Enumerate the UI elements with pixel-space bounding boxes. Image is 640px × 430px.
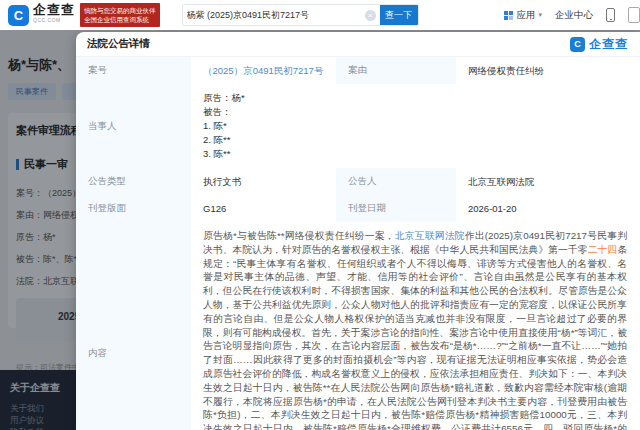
apps-menu[interactable]: 应用 ▾: [504, 9, 542, 22]
modal-title: 法院公告详情: [87, 37, 150, 51]
announcer-value: 北京互联网法院: [456, 168, 640, 195]
party-item: 2. 陈**: [203, 133, 630, 147]
parties-list: 原告：杨*被告：1. 陈*2. 陈**3. 陈**: [191, 84, 640, 168]
content-segment: 原告杨*与被告陈**网络侵权责任纠纷一案，: [203, 230, 395, 241]
clear-search-icon[interactable]: ×: [365, 10, 376, 21]
label-announcement-type: 公告类型: [76, 168, 191, 195]
apps-label: 应用: [516, 9, 535, 22]
modal-qcc-logo-text: 企查查: [589, 36, 628, 53]
apps-grid-icon: [504, 11, 513, 20]
label-publication-page: 刊登版面: [76, 195, 191, 222]
label-parties: 当事人: [76, 84, 191, 168]
label-publication-date: 刊登日期: [336, 195, 456, 222]
content-segment: 二十四: [588, 244, 618, 255]
chevron-down-icon: ▾: [538, 11, 542, 19]
label-announcer: 公告人: [336, 168, 456, 195]
qcc-court-announcement-page: C 企查查 QCC.COM 慎防与您交易的商业伙伴 全国企业信用查询系统 × 查…: [0, 0, 640, 430]
top-navigation-bar: C 企查查 QCC.COM 慎防与您交易的商业伙伴 全国企业信用查询系统 × 查…: [0, 0, 640, 30]
label-case-number: 案号: [76, 57, 191, 84]
enterprise-center-link[interactable]: 企业中心: [555, 9, 593, 22]
content-segment: 条规定：“民事主体享有名誉权、任何组织或者个人不得以侮辱、诽谤等方式侵害他人的名…: [203, 244, 627, 430]
party-item: 被告：: [203, 105, 630, 119]
case-number-link[interactable]: （2025）京0491民初7217号: [191, 57, 336, 84]
modal-qcc-logo-icon: C: [570, 37, 585, 52]
qcc-logo-domain: QCC.COM: [33, 15, 75, 25]
search-bar: × 查一下: [182, 4, 419, 26]
announcement-content: 原告杨*与被告陈**网络侵权责任纠纷一案，北京互联网法院作出(2025)京049…: [191, 222, 640, 430]
party-item: 3. 陈**: [203, 147, 630, 161]
party-item: 1. 陈*: [203, 119, 630, 133]
qcc-logo[interactable]: C 企查查 QCC.COM: [8, 5, 75, 26]
search-input[interactable]: [183, 5, 365, 25]
qcc-logo-text: 企查查: [33, 5, 75, 15]
court-name-link[interactable]: 北京互联网法院: [395, 230, 465, 241]
modal-header: 法院公告详情 C 企查查: [76, 32, 640, 57]
slogan-line2: 全国企业信用查询系统: [84, 15, 156, 24]
publication-date-value: 2026-01-20: [456, 195, 640, 222]
content-text: 原告杨*与被告陈**网络侵权责任纠纷一案，北京互联网法院作出(2025)京049…: [203, 230, 627, 430]
search-button[interactable]: 查一下: [380, 4, 418, 26]
qcc-slogan-badge: 慎防与您交易的商业伙伴 全国企业信用查询系统: [80, 3, 160, 27]
cause-value: 网络侵权责任纠纷: [456, 57, 640, 84]
partial-edge-icon[interactable]: [628, 7, 640, 23]
mobile-app-icon[interactable]: [606, 8, 615, 22]
party-item: 原告：杨*: [203, 91, 630, 105]
court-announcement-modal: 法院公告详情 C 企查查 案号 （2025）京0491民初7217号 案由 网络…: [76, 32, 640, 430]
announcement-detail-table: 案号 （2025）京0491民初7217号 案由 网络侵权责任纠纷 当事人 原告…: [76, 57, 640, 430]
qcc-logo-icon: C: [8, 5, 29, 26]
label-cause: 案由: [336, 57, 456, 84]
announcement-type-value: 执行文书: [191, 168, 336, 195]
slogan-line1: 慎防与您交易的商业伙伴: [84, 6, 156, 15]
label-content: 内容: [76, 222, 191, 430]
modal-qcc-logo: C 企查查: [570, 36, 628, 53]
publication-page-value: G126: [191, 195, 336, 222]
